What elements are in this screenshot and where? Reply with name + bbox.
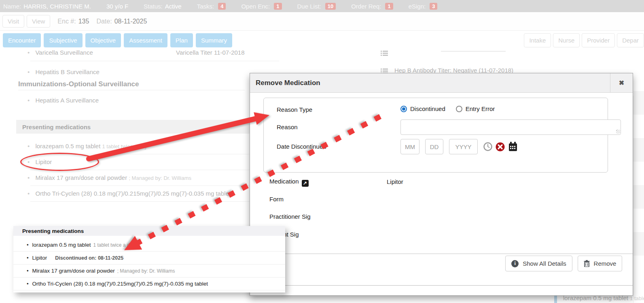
radio-entry-error[interactable]: Entry Error xyxy=(456,105,495,112)
close-icon[interactable]: ✖ xyxy=(610,73,633,92)
clock-icon[interactable] xyxy=(483,142,492,151)
medication-label: Medication xyxy=(269,178,299,185)
date-discontinued-field xyxy=(400,139,518,154)
reason-field-wrap xyxy=(400,119,621,137)
card-heading: Presenting medications xyxy=(22,228,84,234)
reason-group: Reason Type Discontinued Entry Error Rea… xyxy=(263,98,608,173)
bullet: • xyxy=(27,268,29,274)
footer-divider xyxy=(250,254,633,254)
reason-type-radios: Discontinued Entry Error xyxy=(400,105,495,112)
day-input[interactable] xyxy=(425,139,443,154)
year-input[interactable] xyxy=(449,139,478,154)
medication-value: Lipitor xyxy=(387,178,403,185)
medication-row[interactable]: • Ortho Tri-Cyclen (28) 0.18 mg(7)/0.215… xyxy=(13,277,285,290)
reason-label: Reason xyxy=(277,124,298,130)
remove-button[interactable]: Remove xyxy=(578,256,622,271)
medication-row[interactable]: • Miralax 17 gram/dose oral powder ; Man… xyxy=(13,265,285,277)
dialog-title: Remove Medication xyxy=(256,79,320,87)
medication-name: Ortho Tri-Cyclen (28) 0.18 mg(7)/0.215mg… xyxy=(32,281,208,287)
show-all-details-button[interactable]: i Show All Details xyxy=(505,256,572,271)
month-input[interactable] xyxy=(400,139,419,154)
radio-label: Discontinued xyxy=(410,105,445,112)
show-all-details-label: Show All Details xyxy=(523,260,566,267)
discontinued-status: Discontinued on: 08-11-2025 xyxy=(55,255,123,261)
form-label: Form xyxy=(269,196,284,203)
practitioner-sig-label: Practitioner Sig xyxy=(269,213,311,220)
resize-grip-icon[interactable] xyxy=(616,130,620,134)
remove-medication-dialog: Remove Medication ✖ Reason Type Disconti… xyxy=(250,73,633,296)
medication-label-row: Medication↗ xyxy=(269,178,309,187)
dialog-header: Remove Medication ✖ xyxy=(250,73,633,93)
bullet: • xyxy=(27,281,29,287)
trash-icon xyxy=(584,260,590,267)
medication-detail: ; Managed by: Dr. Williams xyxy=(117,268,175,274)
reason-input[interactable] xyxy=(400,119,621,135)
medication-row[interactable]: • lorazepam 0.5 mg tablet 1 tablet twice… xyxy=(13,239,285,251)
medication-row[interactable]: • Lipitor Discontinued on: 08-11-2025 xyxy=(13,252,285,264)
clear-date-icon[interactable] xyxy=(496,142,505,152)
reason-type-label: Reason Type xyxy=(277,106,312,113)
bullet: • xyxy=(27,242,29,248)
radio-discontinued[interactable]: Discontinued xyxy=(400,105,445,112)
medication-name: lorazepam 0.5 mg tablet xyxy=(32,242,91,248)
divider xyxy=(13,290,285,290)
medication-name: Lipitor xyxy=(32,255,47,261)
medication-name: Miralax 17 gram/dose oral powder xyxy=(32,268,115,274)
radio-unselected-icon[interactable] xyxy=(456,106,462,112)
bullet: • xyxy=(27,255,29,261)
bottom-divider xyxy=(250,285,633,286)
info-icon: i xyxy=(511,260,519,267)
calendar-icon[interactable] xyxy=(508,142,518,152)
radio-selected-icon[interactable] xyxy=(400,106,407,112)
external-link-icon[interactable]: ↗ xyxy=(302,180,309,187)
radio-label: Entry Error xyxy=(466,105,495,112)
remove-label: Remove xyxy=(594,260,616,267)
